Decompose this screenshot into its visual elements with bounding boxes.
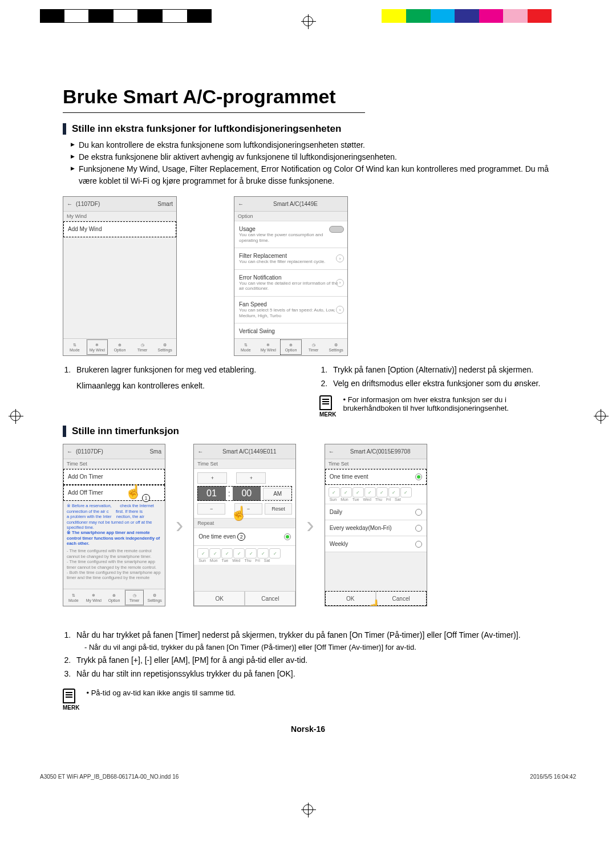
source-file: A3050 ET WiFi APP_IB_DB68-06171A-00_NO.i… xyxy=(40,774,179,780)
step-subtext: - Når du vil angi på-tid, trykker du på … xyxy=(76,642,553,653)
day-pill[interactable]: ✓ xyxy=(269,548,281,558)
radio-icon[interactable] xyxy=(415,525,422,532)
back-arrow-icon[interactable]: ← xyxy=(238,201,244,207)
add-off-timer[interactable]: Add Off Timer ☝ 1 xyxy=(63,485,165,501)
hour-minus-button[interactable]: − xyxy=(197,503,225,515)
chevron-right-icon: › xyxy=(306,512,314,538)
page-title: Bruke Smart A/C-programmet xyxy=(63,86,553,108)
tab-mode[interactable]: ⇅Mode xyxy=(63,589,84,606)
callout-number: 2 xyxy=(237,533,245,541)
ok-button[interactable]: OK xyxy=(325,591,376,606)
tab-option[interactable]: ⊕Option xyxy=(104,589,124,606)
tab-mode[interactable]: ⇅Mode xyxy=(63,339,86,355)
step-text: Trykk på fanen [+], [-] eller [AM], [PM]… xyxy=(73,654,553,667)
chevron-right-icon: › xyxy=(176,512,183,538)
option-sub: You can select 5 levels of fan speed: Au… xyxy=(239,307,343,318)
label: One time even xyxy=(198,533,236,540)
day-pill[interactable]: ✓ xyxy=(329,487,340,497)
tab-timer[interactable]: ◷Timer xyxy=(131,339,154,355)
step-text: Når du har stilt inn repetisjonssyklus t… xyxy=(73,668,553,681)
step-text: Velg en driftsmodus eller ekstra funksjo… xyxy=(330,378,553,390)
reset-button[interactable]: Reset xyxy=(265,503,293,515)
day-pill[interactable]: ✓ xyxy=(197,548,209,558)
repeat-option-weekday[interactable]: Every weekday(Mon-Fri) xyxy=(325,520,427,536)
day-pill[interactable]: ✓ xyxy=(352,487,364,497)
one-time-event-row[interactable]: One time even 2 xyxy=(194,528,295,546)
hour-plus-button[interactable]: + xyxy=(197,472,227,484)
step-text: Brukeren lagrer funksjonen for meg ved e… xyxy=(76,365,256,374)
day-pill[interactable]: ✓ xyxy=(388,487,400,497)
cancel-button[interactable]: Cancel xyxy=(376,591,427,606)
chevron-right-icon: › xyxy=(336,306,344,314)
tab-mywind[interactable]: ❄My Wind xyxy=(86,339,109,355)
day-pill[interactable]: ✓ xyxy=(400,487,412,497)
tab-mode[interactable]: ⇅Mode xyxy=(234,339,257,355)
tab-mywind[interactable]: ❄My Wind xyxy=(257,339,280,355)
add-mywind-row[interactable]: Add My Wind xyxy=(63,221,176,237)
option-sub: You can view the detailed error informat… xyxy=(239,281,343,292)
day-pill[interactable]: ✓ xyxy=(233,548,245,558)
option-title: Filter Replacement xyxy=(239,253,343,259)
back-arrow-icon[interactable]: ← xyxy=(197,448,203,455)
toggle-icon[interactable] xyxy=(329,226,344,233)
back-arrow-icon[interactable]: ← xyxy=(329,448,334,455)
tab-settings[interactable]: ⚙Settings xyxy=(153,339,176,355)
note-icon xyxy=(63,689,75,703)
day-pill[interactable]: ✓ xyxy=(257,548,269,558)
option-fanspeed[interactable]: Fan Speed You can select 5 levels of fan… xyxy=(234,297,347,323)
option-title: Vertical Swing xyxy=(239,328,343,334)
day-pill[interactable]: ✓ xyxy=(209,548,221,558)
header-mode: Sma xyxy=(149,448,161,455)
ampm-button[interactable]: AM xyxy=(263,488,292,500)
tab-option[interactable]: ⊕Option xyxy=(279,339,302,355)
screenshot-option: ← Smart A/C(1449E Option Usage You can v… xyxy=(234,196,348,356)
tab-mywind[interactable]: ❄My Wind xyxy=(84,589,104,606)
tab-settings[interactable]: ⚙Settings xyxy=(144,589,165,606)
ok-button[interactable]: OK xyxy=(194,591,245,606)
tab-option[interactable]: ⊕Option xyxy=(108,339,131,355)
day-pill[interactable]: ✓ xyxy=(245,548,257,558)
day-pill[interactable]: ✓ xyxy=(221,548,233,558)
back-arrow-icon[interactable]: ← xyxy=(67,201,72,207)
tab-timer[interactable]: ◷Timer xyxy=(124,589,145,606)
repeat-option-daily[interactable]: Daily xyxy=(325,504,427,520)
day-pill[interactable]: ✓ xyxy=(376,487,388,497)
note-text: • På-tid og av-tid kan ikke angis til sa… xyxy=(86,689,236,711)
print-timestamp: 2016/5/5 16:04:42 xyxy=(530,774,576,780)
repeat-option-weekly[interactable]: Weekly xyxy=(325,536,427,552)
option-vswing[interactable]: Vertical Swing xyxy=(234,323,347,339)
minute-plus-button[interactable]: + xyxy=(236,472,266,484)
step-text: Klimaanlegg kan kontrolleres enkelt. xyxy=(76,380,297,392)
tab-timer[interactable]: ◷Timer xyxy=(302,339,325,355)
screenshot-timer-set: ← Smart A/C(1449E011 Time Set + + 01 : 0… xyxy=(193,444,296,606)
radio-icon[interactable] xyxy=(415,541,422,548)
day-pill[interactable]: ✓ xyxy=(341,487,352,497)
label: Add On Timer xyxy=(68,473,160,480)
bullet-list: Du kan kontrollere de ekstra funksjonene… xyxy=(63,139,553,187)
minute-minus-button[interactable]: − xyxy=(234,503,262,515)
day-pill[interactable]: ✓ xyxy=(364,487,376,497)
option-error[interactable]: Error Notification You can view the deta… xyxy=(234,270,347,297)
minute-value: 00 xyxy=(233,486,261,501)
option-filter[interactable]: Filter Replacement You can check the fil… xyxy=(234,248,347,270)
bullet-item: Funksjonene My Wind, Usage, Filter Repla… xyxy=(71,163,553,187)
radio-icon[interactable] xyxy=(284,533,291,540)
label: Daily xyxy=(330,509,422,515)
section-label: Time Set xyxy=(63,459,165,469)
add-on-timer[interactable]: Add On Timer xyxy=(63,469,165,485)
tab-label: My Wind xyxy=(63,212,176,221)
radio-icon[interactable] xyxy=(415,473,422,480)
note-icon xyxy=(319,395,332,410)
option-usage[interactable]: Usage You can view the power consumption… xyxy=(234,221,347,248)
option-title: Usage xyxy=(239,226,343,232)
repeat-option-onetime[interactable]: One time event xyxy=(325,469,427,485)
cancel-button[interactable]: Cancel xyxy=(245,591,295,606)
header-title: Smart A/C(0015E99708 xyxy=(350,448,411,455)
chevron-right-icon: › xyxy=(336,279,344,287)
tab-settings[interactable]: ⚙Settings xyxy=(325,339,347,355)
hour-value: 01 xyxy=(197,486,225,501)
back-arrow-icon[interactable]: ← xyxy=(67,448,72,455)
radio-icon[interactable] xyxy=(415,509,422,516)
section-label: Time Set xyxy=(194,459,295,469)
device-id: (1107DF) xyxy=(76,201,100,207)
